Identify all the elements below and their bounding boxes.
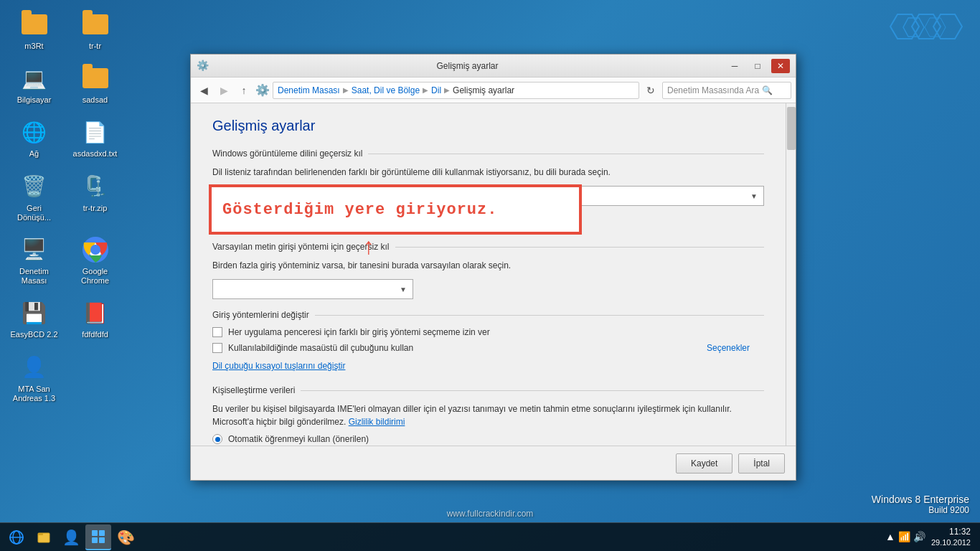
show-hidden-icon[interactable]: ▲: [885, 531, 895, 542]
dialog-window: ⚙️ Gelişmiş ayarlar ─ □ ✕ ◀ ▶ ↑ ⚙️ Denet…: [190, 54, 796, 481]
radio-row-1: Otomatik öğrenmeyi kullan (önerilen): [212, 434, 764, 444]
desktop-icon-sadsad[interactable]: sadsad: [68, 61, 122, 108]
scrollbar-thumb[interactable]: [787, 107, 796, 150]
desktop-icon-zip[interactable]: 🗜️ tr-tr.zip: [68, 169, 122, 225]
win-build: Build 9200: [872, 505, 969, 515]
icon-row-7: 👤 MTA San Andreas 1.3: [7, 350, 122, 406]
close-button[interactable]: ✕: [771, 59, 790, 73]
taskbar-ie-button[interactable]: [4, 524, 29, 550]
desktop-icon-easybcd[interactable]: 💾 EasyBCD 2.2: [7, 296, 61, 342]
desktop-icon-zip-label: tr-tr.zip: [83, 204, 108, 213]
up-button[interactable]: ↑: [235, 82, 253, 99]
checkbox-2-label: Kullanılabildiğinde masaüstü dil çubuğun…: [228, 343, 413, 353]
privacy-link[interactable]: Gizlilik bildirimi: [349, 417, 405, 427]
desktop-icon-control-panel[interactable]: 🖥️ Denetim Masası: [7, 232, 61, 288]
taskbar-control-button[interactable]: [85, 524, 111, 550]
page-title: Gelişmiş ayarlar: [212, 118, 764, 134]
checkbox-2[interactable]: [212, 343, 222, 353]
input-method-container: Gösterdiğim yere giriyoruz. ↑ Varsayılan…: [212, 242, 764, 299]
icon-row-5: 🖥️ Denetim Masası Google Chrome: [7, 232, 122, 288]
taskbar-explorer-button[interactable]: [31, 524, 57, 550]
divider-line-4: [301, 390, 764, 391]
breadcrumb-dil[interactable]: Dil: [431, 85, 441, 95]
svg-rect-12: [38, 533, 43, 535]
address-bar: ◀ ▶ ↑ ⚙️ Denetim Masası ▶ Saat, Dil ve B…: [191, 77, 796, 103]
desktop-icon-bilgisayar[interactable]: 💻 Bilgisayar: [7, 61, 61, 108]
desktop-icon-fdfd-label: fdfdfdfd: [82, 330, 108, 339]
computer-icon: 💻: [20, 64, 49, 93]
divider-line-3: [315, 315, 764, 316]
display-language-description: Dil listeniz tarafından belirlenenden fa…: [212, 166, 764, 179]
desktop-icon-m3rt[interactable]: m3Rt: [7, 7, 61, 54]
radio-option-label: Otomatik öğrenmeyi kullan (önerilen): [228, 434, 369, 444]
secenek-link[interactable]: Seçenekler: [707, 343, 750, 353]
checkbox-1[interactable]: [212, 327, 222, 337]
radio-button-1[interactable]: [212, 434, 222, 444]
desktop-icon-fdfdfd[interactable]: 📕 fdfdfdfd: [68, 296, 122, 342]
desktop-icon-mta[interactable]: 👤 MTA San Andreas 1.3: [7, 350, 61, 406]
svg-rect-13: [92, 530, 98, 536]
cancel-button[interactable]: İptal: [738, 453, 785, 474]
address-bar-icon: ⚙️: [255, 83, 270, 97]
personalization-label: Kişiselleştirme verileri: [212, 385, 295, 395]
system-clock[interactable]: 11:32 29.10.2012: [931, 527, 971, 548]
desktop-icon-m3rt-label: m3Rt: [24, 42, 43, 51]
breadcrumb-denetim[interactable]: Denetim Masası: [278, 85, 340, 95]
watermark-hexagon: [854, 11, 969, 71]
folder-icon-tr: [81, 10, 110, 39]
win-edition: Windows 8 Enterprise: [872, 494, 969, 505]
taskbar-paint-button[interactable]: 🎨: [113, 524, 138, 550]
input-method-dropdown[interactable]: ▼: [212, 279, 413, 299]
desktop-icon-bilgisayar-label: Bilgisayar: [17, 95, 52, 105]
scrollbar[interactable]: [786, 103, 796, 446]
content-area: Gelişmiş ayarlar Windows görüntüleme dil…: [191, 103, 796, 446]
desktop-icon-control-label: Denetim Masası: [10, 267, 58, 286]
divider-line-1: [368, 154, 764, 154]
svg-marker-4: [903, 18, 924, 37]
folder-icon-sadsad: [81, 64, 110, 93]
desktop-icon-easybcd-label: EasyBCD 2.2: [10, 330, 57, 339]
svg-marker-6: [925, 18, 946, 37]
breadcrumb-saat[interactable]: Saat, Dil ve Bölge: [352, 85, 420, 95]
personalization-desc-text: Bu veriler bu kişisel bilgisayarda IME'l…: [212, 404, 732, 427]
icon-row-6: 💾 EasyBCD 2.2 📕 fdfdfdfd: [7, 296, 122, 342]
dropdown-arrow-icon: ▼: [750, 192, 758, 200]
minimize-button[interactable]: ─: [725, 59, 744, 73]
section-input-method: Varsayılan metin girişi yöntemi için geç…: [212, 242, 764, 252]
desktop-icon-asdasdxd[interactable]: 📄 asdasdxd.txt: [68, 115, 122, 161]
control-panel-icon: 🖥️: [20, 235, 49, 264]
windows-version-info: Windows 8 Enterprise Build 9200: [872, 494, 969, 515]
search-box[interactable]: Denetim Masasında Ara 🔍: [662, 82, 791, 99]
volume-icon[interactable]: 🔊: [913, 531, 925, 542]
easybcd-icon: 💾: [20, 298, 49, 327]
svg-point-2: [90, 245, 100, 255]
forward-button[interactable]: ▶: [215, 82, 232, 99]
main-content: Gelişmiş ayarlar Windows görüntüleme dil…: [191, 103, 786, 446]
network-status-icon: 📶: [898, 531, 910, 542]
desktop-icon-recycle[interactable]: 🗑️ Geri Dönüşü...: [7, 169, 61, 225]
desktop-icon-mta-label: MTA San Andreas 1.3: [10, 385, 58, 403]
dialog-title: Gelişmiş ayarlar: [214, 61, 721, 71]
save-button[interactable]: Kaydet: [676, 453, 732, 474]
taskbar-user-button[interactable]: 👤: [58, 524, 84, 550]
back-button[interactable]: ◀: [195, 82, 212, 99]
desktop-icon-recycle-label: Geri Dönüşü...: [10, 204, 58, 222]
change-hotkeys-link[interactable]: Dil çubuğu kısayol tuşlarını değiştir: [212, 361, 345, 371]
section-personalization: Kişiselleştirme verileri: [212, 385, 764, 395]
annotation-arrow: ↑: [363, 233, 374, 260]
desktop-icon-chrome[interactable]: Google Chrome: [68, 232, 122, 288]
clock-date: 29.10.2012: [931, 537, 971, 547]
icon-row-1: m3Rt tr-tr: [7, 7, 122, 54]
dialog-titlebar: ⚙️ Gelişmiş ayarlar ─ □ ✕: [191, 55, 796, 77]
search-placeholder: Denetim Masasında Ara: [667, 85, 759, 95]
refresh-button[interactable]: ↻: [642, 82, 659, 99]
desktop-icon-tr-tr[interactable]: tr-tr: [68, 7, 122, 54]
taskbar-system-tray: ▲ 📶 🔊 11:32 29.10.2012: [885, 527, 976, 548]
network-icon: 🌐: [20, 118, 49, 146]
clock-time: 11:32: [931, 527, 971, 538]
checkbox-row-2: Kullanılabildiğinde masaüstü dil çubuğun…: [212, 343, 764, 353]
desktop-icon-asdasdxd-label: asdasdxd.txt: [73, 149, 118, 159]
maximize-button[interactable]: □: [748, 59, 767, 73]
desktop: m3Rt tr-tr 💻 Bilgisayar sadsad: [0, 0, 980, 551]
desktop-icon-ag[interactable]: 🌐 Ağ: [7, 115, 61, 161]
